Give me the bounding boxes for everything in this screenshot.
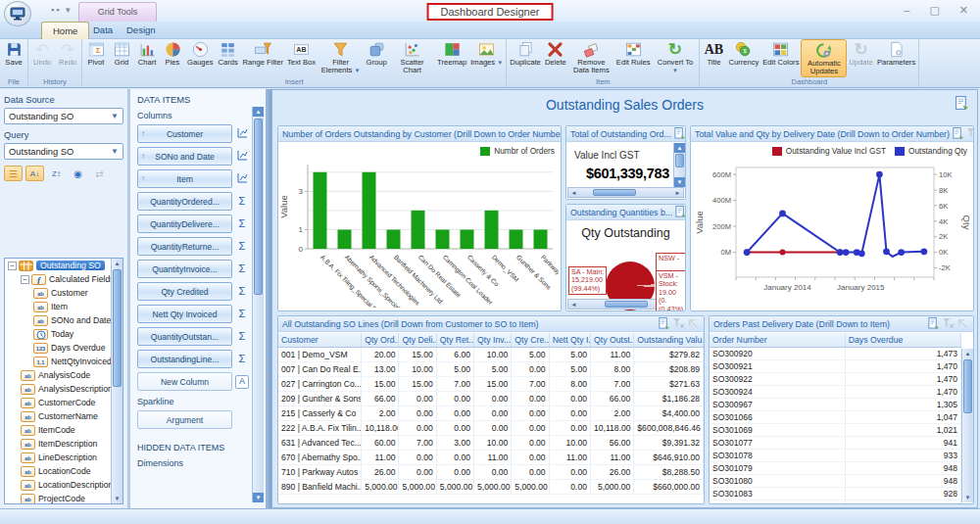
- table-row[interactable]: SO3009201,473: [710, 348, 961, 360]
- axis-icon[interactable]: [235, 150, 249, 163]
- collapse-icon[interactable]: −: [8, 262, 17, 270]
- tree-item-analysiscode[interactable]: abAnalysisCode: [5, 368, 122, 382]
- grid-button[interactable]: Grid: [109, 39, 134, 67]
- duplicate-button[interactable]: Duplicate: [508, 39, 543, 67]
- tree-item-itemcode[interactable]: abItemCode: [5, 423, 122, 437]
- bar-chart[interactable]: 013A.B.A. Fix Tiling_Special PricesAbern…: [278, 159, 559, 308]
- pie-chart-panel[interactable]: Outstanding Quantities b... Qty Outstand…: [565, 204, 686, 311]
- data-item-quantityinvoice[interactable]: QuantityInvoice...: [137, 260, 232, 278]
- table-row[interactable]: 209 | Gunther & Sons66.000.000.000.000.0…: [278, 392, 704, 406]
- table-row[interactable]: SO301079948: [710, 462, 961, 475]
- table-row[interactable]: 027 | Carrington Co...15.0015.007.0015.0…: [278, 377, 704, 392]
- table-row[interactable]: SO3009671,305: [710, 399, 961, 411]
- tree-item-projectcode[interactable]: abProjectCode: [5, 492, 122, 504]
- column-header-qty-cre[interactable]: Qty Cre...: [512, 333, 549, 348]
- update-button[interactable]: ↻Update: [847, 39, 875, 67]
- card-panel[interactable]: Total of Outstanding Ord... Value Incl G…: [565, 125, 686, 200]
- table-row[interactable]: 631 | Advanced Tec...60.007.003.0010.000…: [278, 436, 704, 451]
- close-button[interactable]: ✕: [959, 4, 968, 17]
- drill-up-icon[interactable]: [687, 317, 700, 329]
- minimize-button[interactable]: –: [904, 4, 909, 17]
- overdue-table-panel[interactable]: Orders Past Delivery Date (Drill Down to…: [709, 315, 974, 504]
- column-header-qty-outst[interactable]: Qty Outst...: [590, 333, 633, 348]
- range-filter-button[interactable]: Range Filter: [241, 39, 285, 67]
- data-source-select[interactable]: Outstanding SO▼: [4, 108, 123, 124]
- table-row[interactable]: SO3010661,047: [710, 411, 961, 424]
- images-button[interactable]: Images ▼: [468, 39, 505, 67]
- column-header-days-overdue[interactable]: Days Overdue: [845, 333, 960, 348]
- line-chart-panel[interactable]: Total Value and Qty by Delivery Date (Dr…: [690, 125, 974, 311]
- tree-item-customercode[interactable]: abCustomerCode: [5, 396, 122, 409]
- sum-icon[interactable]: Σ: [235, 286, 249, 297]
- tree-item-linedescription[interactable]: abLineDescription: [5, 451, 122, 464]
- table-row[interactable]: SO301083928: [710, 488, 961, 500]
- preview-icon[interactable]: ◉: [69, 166, 87, 181]
- sum-icon[interactable]: Σ: [235, 241, 249, 252]
- automatic-updates-button[interactable]: Automatic Updates: [801, 39, 847, 77]
- column-header-qty-deli[interactable]: Qty Deli...: [399, 333, 436, 348]
- export-icon[interactable]: [674, 206, 685, 217]
- currency-button[interactable]: C$Currency: [726, 39, 760, 67]
- column-header-nett-qty-i[interactable]: Nett Qty I...: [549, 333, 590, 348]
- so-lines-table-panel[interactable]: All Outstanding SO Lines (Drill Down fro…: [277, 315, 705, 504]
- export-icon[interactable]: [952, 127, 964, 139]
- table-row[interactable]: 007 | Can Do Real E...13.0010.005.005.00…: [278, 362, 704, 377]
- tree-item-locationdescription[interactable]: abLocationDescription: [5, 478, 122, 492]
- save-button[interactable]: Save: [1, 39, 26, 67]
- overdue-table-scrollbar[interactable]: ▲ ▼: [961, 349, 973, 502]
- edit-colors-button[interactable]: Edit Colors: [760, 39, 801, 67]
- tree-item-sono-and-date[interactable]: abSONo and Date: [5, 313, 122, 327]
- pies-button[interactable]: Pies: [160, 39, 185, 67]
- data-item-new-column[interactable]: New Column: [137, 372, 232, 391]
- clear-filter-icon[interactable]: [966, 127, 973, 139]
- table-row[interactable]: SO3010691,021: [710, 424, 961, 437]
- data-item-customer[interactable]: ↑Customer: [137, 124, 232, 143]
- tree-item-itemdescription[interactable]: abItemDescription: [5, 437, 122, 451]
- sort-asc-icon[interactable]: A↓: [25, 166, 44, 181]
- cards-button[interactable]: Cards: [216, 39, 241, 67]
- axis-icon[interactable]: [235, 127, 249, 140]
- table-row[interactable]: SO301080948: [710, 475, 961, 488]
- scatter-chart-button[interactable]: Scatter Chart: [389, 39, 435, 75]
- column-header-qty-ord[interactable]: Qty Ord...: [362, 333, 399, 348]
- tree-item-nettqtyinvoiced[interactable]: 1.1NettQtyInvoiced: [5, 355, 122, 368]
- data-item-sono-and-date[interactable]: ↑SONo and Date: [137, 147, 232, 166]
- table-row[interactable]: SO3009241,470: [710, 386, 961, 399]
- tree-item-customer[interactable]: abCustomer: [5, 286, 122, 300]
- data-item-quantitydelivere[interactable]: QuantityDelivere...: [137, 214, 232, 233]
- table-row[interactable]: 670 | Abernathy Spo...11.000.000.0011.00…: [278, 451, 704, 465]
- tree-item-locationcode[interactable]: abLocationCode: [5, 464, 122, 478]
- sum-icon[interactable]: Σ: [235, 196, 249, 207]
- sum-icon[interactable]: Σ: [235, 331, 249, 342]
- export-icon[interactable]: [658, 317, 670, 329]
- overdue-table[interactable]: Order NumberDays OverdueSO3009201,473SO3…: [710, 333, 961, 503]
- data-item-quantityreturne[interactable]: QuantityReturne...: [137, 237, 232, 256]
- data-items-scrollbar[interactable]: ▲ ▼: [252, 107, 264, 502]
- table-row[interactable]: SO301085847: [710, 500, 961, 504]
- column-header-order-number[interactable]: Order Number: [710, 333, 845, 348]
- line-chart[interactable]: 600M400M200M0M10K8K6K4K2K0K-2KJanuary 20…: [691, 158, 971, 310]
- table-row[interactable]: SO301077941: [710, 437, 961, 450]
- title-button[interactable]: ABTitle: [701, 39, 726, 67]
- pivot-button[interactable]: ΣPivot: [83, 39, 109, 67]
- app-menu-button[interactable]: [4, 1, 31, 26]
- parameters-button[interactable]: Parameters: [875, 39, 917, 67]
- sort-desc-icon[interactable]: Z↕: [47, 166, 66, 181]
- tree-item-analysisdescription[interactable]: abAnalysisDescription: [5, 382, 122, 396]
- table-row[interactable]: 222 | A.B.A. Fix Tilin...10,118.000.000.…: [278, 421, 704, 436]
- text-box-button[interactable]: ABText Box: [285, 39, 318, 67]
- export-icon[interactable]: [673, 127, 685, 139]
- sync-icon[interactable]: ⇄: [90, 166, 109, 181]
- column-header-qty-inv[interactable]: Qty Inv...: [474, 333, 512, 348]
- axis-icon[interactable]: [235, 172, 249, 185]
- undo-button[interactable]: ↶Undo: [29, 39, 55, 67]
- clear-filter-icon[interactable]: [672, 317, 685, 329]
- query-select[interactable]: Outstanding SO▼: [4, 143, 123, 160]
- sum-icon[interactable]: Σ: [235, 309, 249, 319]
- scroll-down-icon[interactable]: ▼: [253, 493, 264, 502]
- export-icon[interactable]: [927, 317, 940, 329]
- clear-filter-icon[interactable]: [942, 317, 955, 329]
- sum-icon[interactable]: Σ: [235, 218, 249, 229]
- edit-rules-button[interactable]: Edit Rules: [614, 39, 653, 67]
- remove-data-items-button[interactable]: Remove Data Items: [568, 39, 614, 75]
